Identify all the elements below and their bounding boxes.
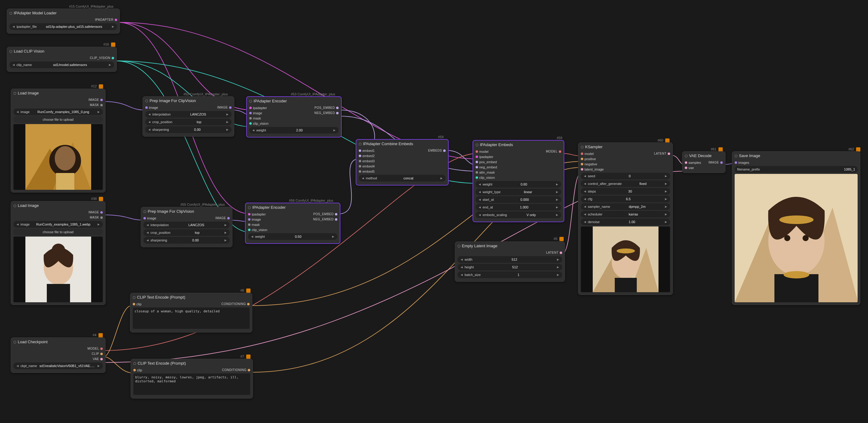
node-ksampler[interactable]: KSampler modelLATENT positive negative l…	[578, 142, 673, 295]
svg-point-4	[55, 146, 75, 170]
image-preview	[735, 174, 858, 302]
node-load-clip-vision[interactable]: Load CLIP Vision CLIP_VISION ◀clip_names…	[7, 47, 117, 72]
node-title: Load Checkpoint	[18, 339, 48, 344]
node-load-image-a[interactable]: Load Image IMAGE MASK ◀imageRunComfy_exa…	[11, 89, 105, 193]
image-file-widget[interactable]: ◀imageRunComfy_examples_1085_0.png▶	[13, 108, 103, 115]
flame-icon	[98, 333, 103, 337]
svg-rect-9	[47, 284, 70, 302]
svg-rect-5	[56, 173, 74, 190]
node-tag-15: #15 ComfyUI_IPAdapter_plus	[69, 5, 114, 8]
flame-icon	[99, 197, 103, 201]
image-preview	[581, 226, 670, 292]
node-tag-58: #58	[438, 135, 443, 139]
image-preview	[13, 236, 103, 302]
node-title: IPAdapter Embeds	[480, 142, 513, 147]
flame-icon	[559, 237, 564, 241]
node-clip-text-negative[interactable]: CLIP Text Encode (Prompt) clipCONDITIONI…	[131, 359, 253, 398]
node-title: Prep Image For ClipVision	[148, 209, 194, 214]
node-tag-56: #56 ComfyUI_IPAdapter_plus	[289, 199, 333, 202]
flame-icon	[246, 355, 250, 359]
node-tag-52: #52 ComfyUI_IPAdapter_plus	[184, 92, 228, 96]
port-image[interactable]	[100, 211, 103, 214]
node-tag-62: #62	[848, 147, 860, 152]
node-tag-5: #5	[554, 237, 564, 241]
flame-icon	[246, 289, 250, 293]
port-clip[interactable]	[100, 353, 103, 355]
node-ipadapter-encoder-a[interactable]: IPAdapter Encoder ipadapterpos_embed ima…	[246, 96, 342, 137]
node-tag-61: #61	[711, 147, 723, 152]
node-title: Save Image	[739, 154, 760, 158]
flame-icon	[856, 147, 860, 152]
choose-file-button[interactable]: choose file to upload	[13, 229, 103, 235]
node-title: VAE Decode	[689, 154, 711, 158]
prompt-text[interactable]: closeup of a woman, high quality, detail…	[133, 307, 250, 329]
node-tag-59: #59	[557, 136, 562, 140]
node-title: Prep Image For ClipVision	[150, 98, 196, 103]
node-tag-60: #60	[658, 138, 670, 143]
port-clip-vision[interactable]	[112, 57, 114, 59]
node-tag-53: #53 ComfyUI_IPAdapter_plus	[291, 92, 335, 96]
ckpt-name-widget[interactable]: ◀ckpt_namesd1\realisticVisionV60B1_v51VA…	[13, 362, 103, 369]
port-image-out[interactable]	[229, 106, 231, 109]
node-title: IPAdapter Encoder	[253, 99, 287, 103]
node-load-image-b[interactable]: Load Image IMAGE MASK ◀imageRunComfy_exa…	[11, 201, 105, 305]
svg-point-21	[784, 235, 790, 241]
port-mask[interactable]	[100, 217, 103, 219]
node-title: CLIP Text Encode (Prompt)	[137, 361, 186, 365]
node-ipadapter-embeds[interactable]: IPAdapter Embeds modelMODEL ipadapter po…	[472, 140, 564, 222]
port-vae[interactable]	[100, 358, 103, 360]
node-title: Load Image	[18, 203, 39, 208]
flame-icon	[99, 84, 103, 89]
node-empty-latent-image[interactable]: Empty Latent Image LATENT ◀width512▶ ◀he…	[455, 241, 565, 282]
node-tag-4: #4	[93, 333, 103, 337]
port-image-in[interactable]	[145, 106, 148, 109]
node-save-image[interactable]: Save Image images filename_prefix1085_1	[732, 151, 860, 305]
svg-point-8	[52, 243, 65, 257]
node-load-checkpoint[interactable]: Load Checkpoint MODEL CLIP VAE ◀ckpt_nam…	[11, 337, 105, 373]
node-title: IPAdapter Model Loader	[14, 11, 57, 15]
svg-point-20	[779, 216, 813, 224]
node-clip-text-positive[interactable]: CLIP Text Encode (Prompt) clipCONDITIONI…	[130, 293, 252, 332]
port-ipadapter[interactable]	[115, 19, 117, 21]
node-ipadapter-combine-embeds[interactable]: IPAdapter Combine Embeds embed1EMBEDS em…	[356, 139, 449, 186]
svg-rect-14	[615, 278, 637, 292]
flame-icon	[111, 42, 115, 47]
port-model[interactable]	[100, 348, 103, 350]
choose-file-button[interactable]: choose file to upload	[13, 116, 103, 123]
svg-point-24	[783, 271, 809, 279]
node-tag-38: #38	[91, 197, 103, 201]
flame-icon	[665, 138, 670, 143]
image-file-widget[interactable]: ◀imageRunComfy_examples_1085_1.webp▶	[13, 221, 103, 228]
node-title: Load CLIP Vision	[14, 49, 44, 54]
node-vae-decode[interactable]: VAE Decode samplesIMAGE vae	[682, 151, 725, 173]
port-image[interactable]	[100, 99, 103, 101]
flame-icon	[718, 147, 723, 152]
prompt-text[interactable]: blurry, noisy, messy, lowres, jpeg, arti…	[133, 373, 250, 395]
node-title: IPAdapter Combine Embeds	[363, 141, 413, 146]
clip-name-widget[interactable]: ◀clip_namesd1/model.safetensors▶	[9, 61, 114, 68]
ipadapter-file-widget[interactable]: ◀ipadapter_filesd1/ip-adapter-plus_sd15.…	[9, 23, 117, 30]
node-title: Load Image	[18, 91, 39, 95]
port-mask[interactable]	[100, 104, 103, 106]
node-title: IPAdapter Encoder	[252, 205, 286, 210]
node-tag-55: #55 ComfyUI_IPAdapter_plus	[181, 203, 225, 206]
node-title: CLIP Text Encode (Prompt)	[137, 295, 185, 299]
node-ipadapter-model-loader[interactable]: IPAdapter Model Loader IPADAPTER ◀ipadap…	[7, 8, 120, 34]
svg-point-15	[617, 249, 635, 253]
node-prep-image-b[interactable]: Prep Image For ClipVision imageIMAGE ◀in…	[141, 207, 232, 247]
node-tag-16: #16	[103, 42, 115, 47]
node-tag-7: #7	[240, 355, 250, 359]
node-ipadapter-encoder-b[interactable]: IPAdapter Encoder ipadapterpos_embed ima…	[245, 203, 340, 244]
node-title: Empty Latent Image	[462, 243, 497, 248]
svg-point-22	[803, 235, 809, 241]
node-tag-6: #6	[240, 289, 250, 293]
node-tag-12: #12	[91, 84, 103, 89]
node-prep-image-a[interactable]: Prep Image For ClipVision imageIMAGE ◀in…	[143, 96, 234, 137]
node-title: KSampler	[585, 144, 602, 149]
image-preview	[13, 124, 103, 190]
